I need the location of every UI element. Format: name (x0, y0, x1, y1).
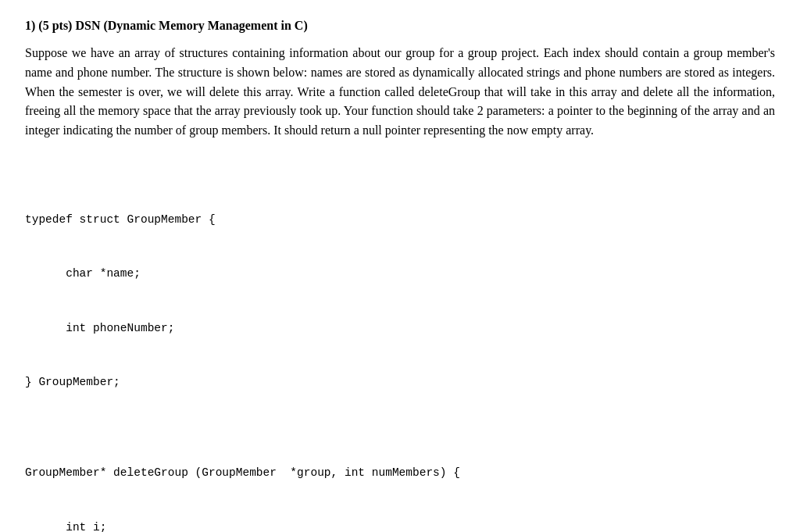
int-phone-line: int phoneNumber; (25, 320, 775, 337)
code-section: typedef struct GroupMember { char *name;… (25, 156, 775, 532)
char-line: char *name; (25, 265, 775, 283)
func-sig-line: GroupMember* deleteGroup (GroupMember *g… (25, 464, 775, 482)
question-header: 1) (5 pts) DSN (Dynamic Memory Managemen… (25, 19, 775, 33)
close-brace-line: } GroupMember; (25, 373, 775, 391)
question-body: Suppose we have an array of structures c… (25, 44, 775, 141)
typedef-line: typedef struct GroupMember { (25, 211, 775, 229)
question-container: 1) (5 pts) DSN (Dynamic Memory Managemen… (25, 19, 775, 532)
int-i-line: int i; (25, 519, 775, 532)
